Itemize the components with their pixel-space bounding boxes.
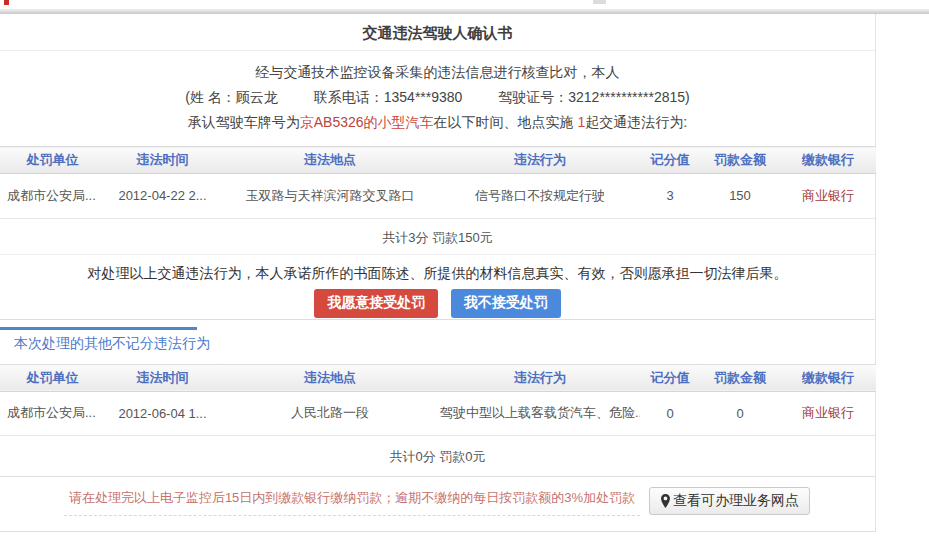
violation-cell: 0 — [700, 391, 780, 435]
column-header: 违法行为 — [440, 364, 640, 391]
payment-notice-bar: 请在处理完以上电子监控后15日内到缴款银行缴纳罚款；逾期不缴纳的每日按罚款额的3… — [0, 476, 875, 525]
intro-line-1: 经与交通技术监控设备采集的违法信息进行核查比对，本人 — [0, 60, 875, 85]
confirm-middle: 在以下时间、地点实施 — [434, 114, 574, 130]
column-header: 罚款金额 — [700, 147, 780, 174]
violations-table: 处罚单位违法时间违法地点违法行为记分值罚款金额缴款银行 成都市公安局...201… — [0, 146, 876, 218]
other-violations-section-link[interactable]: 本次处理的其他不记分违法行为 — [0, 334, 875, 353]
violation-cell: 信号路口不按规定行驶 — [440, 174, 640, 218]
column-header: 违法地点 — [220, 147, 440, 174]
confirm-prefix: 承认驾驶车牌号为 — [188, 114, 300, 130]
driver-phone: 联系电话：1354***9380 — [314, 85, 463, 110]
violation-cell: 3 — [640, 174, 700, 218]
violation-cell: 人民北路一段 — [220, 391, 440, 435]
intro-block: 经与交通技术监控设备采集的违法信息进行核查比对，本人 (姓 名：顾云龙 联系电话… — [0, 51, 875, 135]
violations-summary: 共计3分 罚款150元 — [0, 218, 875, 255]
cutoff-gray-fragment — [593, 0, 606, 4]
violation-cell: 2012-04-22 2... — [105, 174, 220, 218]
intro-line-3: 承认驾驶车牌号为京AB5326的小型汽车在以下时间、地点实施1起交通违法行为: — [0, 110, 875, 135]
column-header: 违法地点 — [220, 364, 440, 391]
column-header: 违法时间 — [105, 147, 220, 174]
driver-license: 驾驶证号：3212**********2815) — [498, 85, 689, 110]
decision-buttons: 我愿意接受处罚 我不接受处罚 — [0, 289, 875, 318]
other-violations-table: 处罚单位违法时间违法地点违法行为记分值罚款金额缴款银行 成都市公安局...201… — [0, 364, 876, 436]
violation-cell: 0 — [640, 391, 700, 435]
payment-deadline-notice: 请在处理完以上电子监控后15日内到缴款银行缴纳罚款；逾期不缴纳的每日按罚款额的3… — [64, 486, 640, 516]
violation-cell: 商业银行 — [780, 391, 876, 435]
confirm-suffix: 起交通违法行为: — [585, 114, 687, 130]
commitment-statement: 对处理以上交通违法行为，本人承诺所作的书面陈述、所提供的材料信息真实、有效，否则… — [0, 265, 875, 282]
column-header: 缴款银行 — [780, 147, 876, 174]
violation-cell: 2012-06-04 1... — [105, 391, 220, 435]
column-header: 罚款金额 — [700, 364, 780, 391]
view-branches-button[interactable]: 查看可办理业务网点 — [649, 487, 810, 515]
violation-cell: 商业银行 — [780, 174, 876, 218]
column-header: 记分值 — [640, 364, 700, 391]
violation-cell: 驾驶中型以上载客载货汽车、危险... — [440, 391, 640, 435]
violation-cell: 玉双路与天祥滨河路交叉路口 — [220, 174, 440, 218]
map-pin-icon — [660, 494, 671, 508]
column-header: 违法时间 — [105, 364, 220, 391]
column-header: 处罚单位 — [0, 364, 105, 391]
page-title: 交通违法驾驶人确认书 — [0, 14, 875, 51]
violations-table-header-row: 处罚单位违法时间违法地点违法行为记分值罚款金额缴款银行 — [0, 147, 876, 174]
driver-name: (姓 名：顾云龙 — [185, 85, 278, 110]
other-table-header-row: 处罚单位违法时间违法地点违法行为记分值罚款金额缴款银行 — [0, 364, 876, 391]
violation-cell: 150 — [700, 174, 780, 218]
view-branches-label: 查看可办理业务网点 — [673, 492, 799, 510]
plate-number: 京AB5326的 — [300, 114, 378, 130]
bank-link[interactable]: 商业银行 — [802, 188, 854, 203]
bank-link[interactable]: 商业银行 — [802, 405, 854, 420]
intro-line-2: (姓 名：顾云龙 联系电话：1354***9380 驾驶证号：3212*****… — [0, 85, 875, 110]
violation-cell: 成都市公安局... — [0, 391, 105, 435]
reject-penalty-button[interactable]: 我不接受处罚 — [451, 289, 561, 318]
vehicle-type: 小型汽车 — [378, 114, 434, 130]
violation-row: 成都市公安局...2012-04-22 2...玉双路与天祥滨河路交叉路口信号路… — [0, 174, 876, 218]
column-header: 缴款银行 — [780, 364, 876, 391]
section-divider — [0, 319, 875, 320]
column-header: 记分值 — [640, 147, 700, 174]
accept-penalty-button[interactable]: 我愿意接受处罚 — [314, 289, 438, 318]
violation-cell: 成都市公安局... — [0, 174, 105, 218]
confirmation-panel: 交通违法驾驶人确认书 经与交通技术监控设备采集的违法信息进行核查比对，本人 (姓… — [0, 14, 876, 532]
cutoff-red-icon — [4, 0, 9, 5]
column-header: 违法行为 — [440, 147, 640, 174]
section-tab-indicator — [0, 327, 197, 330]
column-header: 处罚单位 — [0, 147, 105, 174]
violation-row: 成都市公安局...2012-06-04 1...人民北路一段驾驶中型以上载客载货… — [0, 391, 876, 435]
other-violations-summary: 共计0分 罚款0元 — [0, 435, 875, 476]
